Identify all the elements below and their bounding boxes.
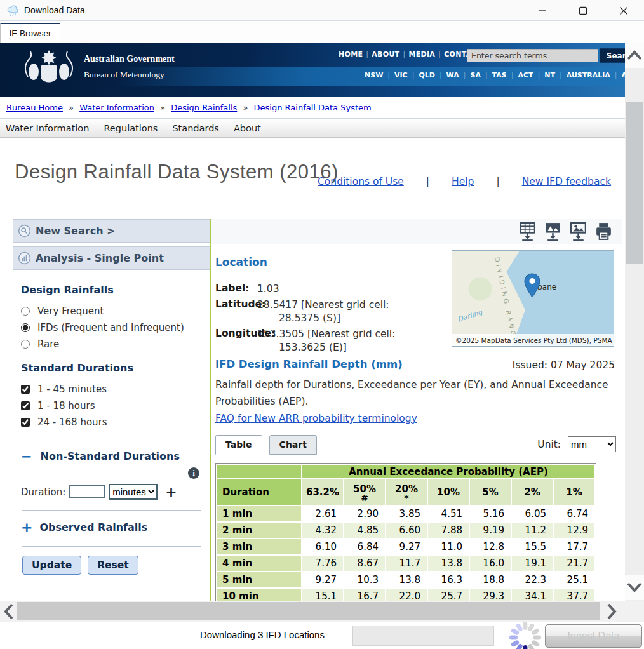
- menu-item[interactable]: Water Information: [6, 123, 89, 133]
- analysis-single-point-header[interactable]: Analysis - Single Point: [13, 246, 210, 270]
- value-cell: 16.0: [470, 556, 511, 571]
- checkbox-option: 1 - 45 minutes: [21, 383, 202, 396]
- value-cell: 6.74: [554, 506, 594, 521]
- download-chart-icon[interactable]: [544, 222, 561, 241]
- vertical-scroll-thumb[interactable]: [626, 102, 643, 264]
- page-link[interactable]: New IFD feedback: [522, 176, 611, 187]
- checkbox-input[interactable]: [21, 385, 30, 394]
- separator: »: [240, 103, 250, 112]
- update-button[interactable]: Update: [22, 556, 81, 575]
- download-table-icon[interactable]: [519, 222, 536, 241]
- gov-line1: Australian Government: [84, 54, 175, 67]
- state-nav-item[interactable]: AUSTRALIA: [565, 71, 612, 79]
- value-cell: 6.05: [512, 506, 553, 521]
- state-nav-item[interactable]: ACT: [516, 71, 534, 79]
- value-cell: 2.61: [302, 506, 343, 521]
- collapse-icon[interactable]: −: [21, 449, 32, 464]
- duration-input[interactable]: [69, 485, 105, 498]
- utility-nav-item[interactable]: HOME: [339, 50, 363, 58]
- state-nav-item[interactable]: WA: [445, 71, 460, 79]
- checkbox-input[interactable]: [21, 418, 30, 427]
- state-nav-item[interactable]: QLD: [417, 71, 436, 79]
- longitude-key: Longitude:: [215, 328, 275, 339]
- menu-bar: Water InformationRegulationsStandardsAbo…: [0, 118, 644, 138]
- radio-label: IFDs (Frequent and Infrequent): [37, 322, 184, 333]
- radio-input[interactable]: [21, 307, 30, 316]
- close-button[interactable]: [603, 0, 644, 21]
- location-label-row: Label: 1.03: [215, 283, 444, 295]
- table-row: 10 min15.116.722.025.729.334.137.7: [217, 589, 594, 601]
- tab-chart[interactable]: Chart: [269, 435, 317, 455]
- label-value: 1.03: [257, 283, 419, 295]
- minimize-button[interactable]: [522, 0, 563, 21]
- value-cell: 11.0: [428, 539, 469, 554]
- state-nav-item[interactable]: NT: [543, 71, 556, 79]
- horizontal-scrollbar[interactable]: [0, 601, 644, 622]
- window-titlebar: Download Data: [0, 0, 644, 21]
- bom-header: Australian Government Bureau of Meteorol…: [0, 43, 644, 97]
- menu-item[interactable]: Regulations: [104, 123, 158, 133]
- reset-button[interactable]: Reset: [88, 556, 138, 575]
- checkbox-label: 24 - 168 hours: [37, 417, 107, 428]
- scroll-up-button[interactable]: [625, 43, 644, 68]
- download-image-icon[interactable]: [570, 222, 587, 241]
- state-nav-item[interactable]: VIC: [393, 71, 409, 79]
- page-link[interactable]: Conditions of Use: [318, 176, 404, 187]
- menu-item[interactable]: Standards: [172, 123, 219, 133]
- divider: [22, 439, 201, 439]
- page-link[interactable]: Help: [452, 176, 474, 187]
- duration-cell: 1 min: [217, 506, 301, 521]
- government-branding: Australian Government Bureau of Meteorol…: [84, 54, 175, 80]
- state-nav-item[interactable]: SA: [469, 71, 481, 79]
- ingest-data-button[interactable]: Ingest Data: [545, 624, 642, 648]
- info-icon[interactable]: [188, 467, 199, 479]
- scroll-down-button[interactable]: [625, 575, 644, 600]
- value-cell: 4.32: [302, 523, 343, 538]
- duration-unit-select[interactable]: minutes: [109, 484, 158, 500]
- scroll-left-button[interactable]: [0, 601, 17, 622]
- app-rain-cloud-icon: [6, 4, 19, 17]
- chevron-up-icon: [627, 50, 642, 60]
- expand-icon[interactable]: +: [21, 519, 32, 535]
- radio-input[interactable]: [21, 340, 30, 349]
- vertical-scrollbar[interactable]: [625, 43, 644, 601]
- utility-nav-item[interactable]: ABOUT: [372, 50, 399, 58]
- maximize-button[interactable]: [563, 0, 603, 21]
- tab-ie-browser[interactable]: IE Browser: [0, 23, 60, 43]
- observed-rainfalls-section: +Observed Rainfalls: [21, 519, 202, 536]
- value-cell: 7.88: [428, 523, 469, 538]
- radio-input[interactable]: [21, 323, 30, 332]
- checkbox-input[interactable]: [21, 401, 30, 410]
- value-cell: 3.85: [386, 506, 427, 521]
- aep-column-header: 10%: [428, 479, 469, 505]
- map-pin-icon: [523, 273, 541, 298]
- design-rainfalls-heading: Design Rainfalls: [21, 284, 202, 296]
- scroll-right-button[interactable]: [603, 601, 620, 622]
- location-map[interactable]: T DIVIDING RANGE Darling sbane ©2025 Map…: [452, 250, 614, 347]
- value-cell: 6.10: [302, 539, 343, 554]
- search-input[interactable]: [467, 49, 598, 62]
- add-duration-button[interactable]: +: [165, 484, 177, 500]
- breadcrumb-link[interactable]: Water Information: [79, 103, 154, 112]
- minimize-icon: [539, 6, 547, 15]
- maximize-icon: [579, 6, 587, 15]
- radio-option: Very Frequent: [21, 305, 202, 318]
- state-nav-item[interactable]: NSW: [363, 71, 384, 79]
- value-cell: 15.1: [302, 589, 343, 601]
- breadcrumb-link[interactable]: Design Rainfalls: [171, 103, 237, 112]
- aep-column-header: 50%#: [344, 479, 385, 505]
- utility-nav-item[interactable]: MEDIA: [408, 50, 435, 58]
- value-cell: 2.90: [344, 506, 385, 521]
- info-row: [21, 466, 202, 479]
- menu-item[interactable]: About: [234, 123, 261, 133]
- breadcrumb-link[interactable]: Bureau Home: [6, 103, 63, 112]
- horizontal-scroll-thumb[interactable]: [17, 602, 600, 620]
- faq-link[interactable]: FAQ for New ARR probability terminology: [215, 413, 417, 424]
- new-search-button[interactable]: New Search >: [13, 219, 210, 243]
- value-cell: 18.8: [470, 572, 511, 587]
- tab-table[interactable]: Table: [215, 435, 262, 455]
- state-nav-item[interactable]: TAS: [491, 71, 508, 79]
- print-icon[interactable]: [595, 222, 612, 241]
- divider: [22, 510, 201, 511]
- unit-select[interactable]: mm: [568, 436, 616, 452]
